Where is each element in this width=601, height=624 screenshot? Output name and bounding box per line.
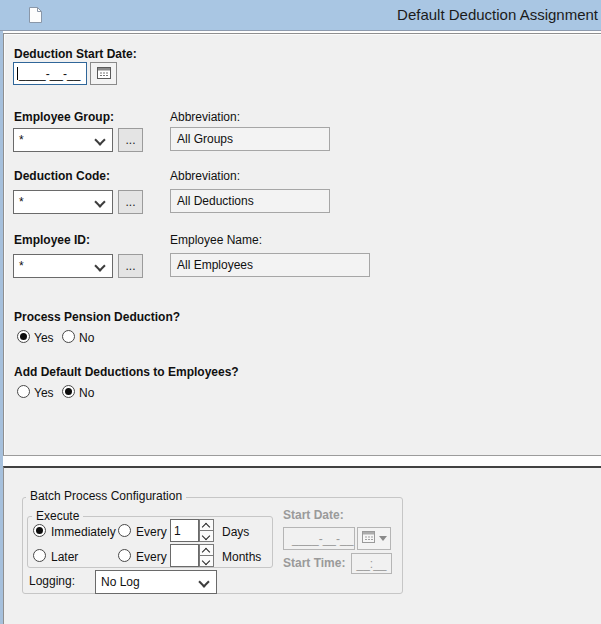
- employee-group-abbreviation-value: All Groups: [177, 132, 233, 146]
- document-icon: [28, 6, 43, 24]
- deduction-start-date-calendar-button[interactable]: [90, 62, 117, 85]
- deduction-start-date-mask: ____-__-__: [19, 67, 80, 81]
- days-unit-label: Days: [222, 525, 249, 539]
- logging-label: Logging:: [29, 574, 75, 588]
- chevron-down-icon: [94, 196, 105, 207]
- employee-group-browse-button[interactable]: ...: [118, 128, 143, 152]
- execute-every-months-label: Every: [136, 550, 167, 564]
- deduction-start-date-label: Deduction Start Date:: [14, 47, 137, 61]
- calendar-icon: [361, 530, 376, 547]
- default-deduction-assignment-window: Default Deduction Assignment Deduction S…: [0, 0, 601, 624]
- employee-group-abbreviation-label: Abbreviation:: [170, 110, 240, 124]
- process-pension-question-label: Process Pension Deduction?: [14, 310, 180, 324]
- start-date-input-disabled: ____-__-__: [283, 527, 355, 550]
- execute-immediately-radio[interactable]: [33, 524, 46, 537]
- chevron-down-icon: [202, 532, 210, 540]
- browse-ellipsis-label: ...: [125, 259, 135, 273]
- spin-up-button[interactable]: [199, 519, 214, 531]
- deduction-code-value: *: [19, 195, 24, 209]
- calendar-icon: [96, 65, 112, 83]
- spin-down-button[interactable]: [199, 531, 214, 542]
- employee-id-value: *: [19, 259, 24, 273]
- process-pension-yes-radio[interactable]: [17, 330, 30, 343]
- window-title: Default Deduction Assignment: [397, 6, 598, 23]
- every-days-spinner: [199, 519, 214, 542]
- employee-name-label: Employee Name:: [170, 233, 262, 247]
- logging-value: No Log: [101, 575, 140, 589]
- deduction-code-select[interactable]: *: [13, 190, 113, 214]
- every-months-input[interactable]: [170, 544, 199, 567]
- title-bar: Default Deduction Assignment: [0, 0, 601, 31]
- employee-name-field: All Employees: [170, 253, 370, 277]
- browse-ellipsis-label: ...: [125, 133, 135, 147]
- spin-up-button[interactable]: [199, 544, 214, 556]
- execute-every-months-radio[interactable]: [118, 549, 131, 562]
- employee-name-value: All Employees: [177, 258, 253, 272]
- employee-group-abbreviation-field: All Groups: [170, 127, 330, 151]
- browse-ellipsis-label: ...: [125, 195, 135, 209]
- every-days-input[interactable]: 1: [170, 519, 199, 542]
- chevron-down-icon: [94, 260, 105, 271]
- start-time-label: Start Time:: [283, 556, 345, 570]
- employee-id-select[interactable]: *: [13, 254, 113, 278]
- employee-id-browse-button[interactable]: ...: [118, 254, 143, 278]
- text-caret: [17, 67, 18, 80]
- logging-select[interactable]: No Log: [95, 570, 217, 594]
- spin-down-button[interactable]: [199, 556, 214, 567]
- every-days-value: 1: [174, 524, 181, 538]
- execute-every-days-label: Every: [136, 525, 167, 539]
- start-time-mask: __:__: [356, 557, 386, 571]
- process-pension-no-radio[interactable]: [62, 330, 75, 343]
- add-default-no-radio[interactable]: [62, 385, 75, 398]
- execute-group-label: Execute: [32, 509, 83, 523]
- process-pension-yes-label: Yes: [34, 331, 54, 345]
- chevron-down-icon: [198, 576, 209, 587]
- add-default-yes-radio[interactable]: [17, 385, 30, 398]
- chevron-up-icon: [202, 548, 210, 556]
- employee-group-select[interactable]: *: [13, 128, 113, 152]
- employee-group-value: *: [19, 133, 24, 147]
- start-date-label: Start Date:: [283, 508, 344, 522]
- batch-process-configuration-label: Batch Process Configuration: [26, 489, 186, 503]
- start-date-calendar-button-disabled: [357, 527, 391, 550]
- start-date-mask: ____-__-__: [292, 532, 353, 546]
- add-default-deductions-question-label: Add Default Deductions to Employees?: [14, 365, 239, 379]
- add-default-no-label: No: [79, 386, 94, 400]
- deduction-code-abbreviation-label: Abbreviation:: [170, 169, 240, 183]
- months-unit-label: Months: [222, 550, 261, 564]
- process-pension-no-label: No: [79, 331, 94, 345]
- execute-later-radio[interactable]: [33, 549, 46, 562]
- every-months-spinner: [199, 544, 214, 567]
- deduction-code-browse-button[interactable]: ...: [118, 190, 143, 214]
- execute-later-label: Later: [51, 550, 78, 564]
- deduction-code-abbreviation-field: All Deductions: [170, 189, 330, 213]
- employee-group-label: Employee Group:: [14, 110, 114, 124]
- chevron-up-icon: [202, 523, 210, 531]
- dropdown-arrow-icon: [379, 536, 387, 541]
- execute-every-days-radio[interactable]: [118, 524, 131, 537]
- chevron-down-icon: [202, 557, 210, 565]
- deduction-code-label: Deduction Code:: [14, 169, 110, 183]
- employee-id-label: Employee ID:: [14, 233, 90, 247]
- add-default-yes-label: Yes: [34, 386, 54, 400]
- deduction-start-date-input[interactable]: ____-__-__: [13, 62, 87, 85]
- execute-immediately-label: Immediately: [51, 525, 116, 539]
- start-time-input-disabled: __:__: [351, 553, 392, 574]
- chevron-down-icon: [94, 134, 105, 145]
- deduction-code-abbreviation-value: All Deductions: [177, 194, 254, 208]
